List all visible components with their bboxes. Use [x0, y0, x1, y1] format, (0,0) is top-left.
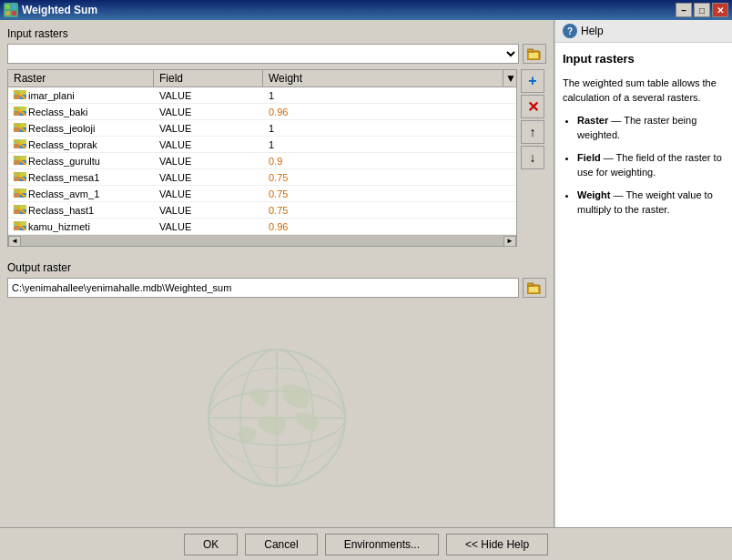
- cell-field: VALUE: [154, 123, 263, 134]
- help-bullet: Weight — The weight value to multiply to…: [577, 188, 725, 218]
- svg-rect-63: [529, 287, 538, 292]
- svg-rect-1: [12, 5, 16, 9]
- table-action-buttons: + ✕ ↑ ↓: [521, 69, 546, 247]
- raster-icon: [14, 90, 26, 101]
- svg-rect-6: [529, 53, 538, 58]
- raster-icon: [14, 107, 26, 117]
- svg-rect-52: [14, 209, 20, 214]
- ok-button[interactable]: OK: [184, 534, 238, 555]
- cell-raster: Reclass_gurultu: [8, 156, 154, 167]
- table-row[interactable]: imar_plani VALUE 1: [8, 87, 516, 104]
- hide-help-button[interactable]: << Hide Help: [446, 534, 548, 555]
- svg-rect-28: [14, 144, 20, 148]
- bullet-term: Field: [577, 152, 601, 163]
- raster-icon: [14, 205, 26, 216]
- cell-field: VALUE: [154, 156, 263, 167]
- table-row[interactable]: kamu_hizmeti VALUE 0.96: [8, 219, 516, 235]
- output-path-input[interactable]: [7, 278, 519, 298]
- add-row-button[interactable]: +: [521, 69, 544, 93]
- cell-field: VALUE: [154, 205, 263, 216]
- col-header-raster: Raster: [8, 70, 154, 87]
- cell-raster: kamu_hizmeti: [8, 221, 154, 232]
- raster-dropdown[interactable]: [7, 44, 519, 64]
- remove-row-button[interactable]: ✕: [521, 95, 544, 118]
- minimize-button[interactable]: –: [676, 3, 692, 17]
- svg-rect-5: [527, 49, 534, 52]
- help-title: Input rasters: [563, 50, 725, 68]
- cell-field: VALUE: [154, 172, 263, 183]
- browse-output-button[interactable]: [523, 278, 546, 298]
- cell-raster: Reclass_hast1: [8, 205, 154, 216]
- app-icon: [4, 3, 18, 17]
- table-row[interactable]: Reclass_mesa1 VALUE 0.75: [8, 169, 516, 186]
- table-row[interactable]: Reclass_hast1 VALUE 0.75: [8, 202, 516, 219]
- table-row[interactable]: Reclass_avm_1 VALUE 0.75: [8, 186, 516, 202]
- cell-weight: 0.75: [263, 205, 516, 216]
- raster-name: Reclass_mesa1: [28, 172, 99, 183]
- horizontal-scrollbar[interactable]: ◄ ►: [8, 235, 516, 246]
- table-body[interactable]: imar_plani VALUE 1 Reclass_baki VALUE 0.…: [8, 87, 516, 235]
- help-bullet: Raster — The raster being weighted.: [577, 113, 725, 143]
- raster-name: Reclass_hast1: [28, 205, 94, 216]
- cell-field: VALUE: [154, 188, 263, 199]
- help-header-label: Help: [581, 25, 604, 37]
- maximize-button[interactable]: □: [694, 3, 710, 17]
- svg-rect-45: [20, 188, 26, 193]
- input-rasters-label: Input rasters: [7, 27, 546, 40]
- svg-rect-10: [14, 95, 20, 99]
- sort-indicator: ▼: [503, 70, 516, 87]
- raster-icon: [14, 221, 26, 232]
- svg-rect-39: [20, 172, 26, 177]
- scroll-left-button[interactable]: ◄: [8, 236, 21, 247]
- svg-rect-15: [20, 107, 26, 111]
- cell-raster: Reclass_avm_1: [8, 188, 154, 199]
- help-bullet: Field — The field of the raster to use f…: [577, 150, 725, 180]
- move-down-button[interactable]: ↓: [521, 146, 544, 169]
- cell-weight: 0.96: [263, 107, 516, 117]
- svg-rect-33: [20, 156, 26, 160]
- help-icon: ?: [563, 24, 577, 38]
- raster-icon: [14, 156, 26, 167]
- svg-rect-51: [20, 205, 26, 209]
- table-row[interactable]: Reclass_jeoloji VALUE 1: [8, 120, 516, 137]
- environments-button[interactable]: Environments...: [325, 534, 439, 555]
- svg-rect-0: [5, 5, 10, 9]
- raster-icon: [14, 172, 26, 183]
- help-bullets: Raster — The raster being weighted.Field…: [563, 113, 725, 218]
- bullet-term: Weight: [577, 189, 610, 200]
- raster-name: kamu_hizmeti: [28, 221, 90, 232]
- raster-name: Reclass_jeoloji: [28, 123, 95, 134]
- table-row[interactable]: Reclass_baki VALUE 0.96: [8, 104, 516, 120]
- table-row[interactable]: Reclass_gurultu VALUE 0.9: [8, 153, 516, 169]
- table-row[interactable]: Reclass_toprak VALUE 1: [8, 137, 516, 153]
- cell-weight: 0.75: [263, 188, 516, 199]
- cell-weight: 0.96: [263, 221, 516, 232]
- move-up-button[interactable]: ↑: [521, 120, 544, 144]
- cell-raster: Reclass_mesa1: [8, 172, 154, 183]
- svg-rect-58: [14, 226, 20, 230]
- left-panel: Input rasters: [0, 20, 554, 527]
- table-header: Raster Field Weight ▼: [8, 70, 516, 87]
- svg-rect-40: [14, 177, 20, 181]
- scroll-right-button[interactable]: ►: [503, 236, 516, 247]
- svg-rect-34: [14, 160, 20, 165]
- browse-input-button[interactable]: [523, 44, 546, 64]
- cell-weight: 1: [263, 139, 516, 150]
- raster-name: Reclass_baki: [28, 107, 87, 117]
- raster-name: Reclass_gurultu: [28, 156, 100, 167]
- cell-raster: imar_plani: [8, 90, 154, 101]
- raster-icon: [14, 188, 26, 199]
- window-controls: – □ ✕: [676, 3, 728, 17]
- cell-weight: 1: [263, 123, 516, 134]
- bottom-bar: OK Cancel Environments... << Hide Help: [0, 527, 732, 560]
- svg-rect-27: [20, 139, 26, 144]
- close-button[interactable]: ✕: [712, 3, 728, 17]
- globe-watermark: [204, 345, 350, 491]
- title-bar: Weighted Sum – □ ✕: [0, 0, 732, 20]
- svg-rect-21: [20, 123, 26, 127]
- cancel-button[interactable]: Cancel: [245, 534, 317, 555]
- help-header: ? Help: [555, 20, 732, 43]
- bullet-term: Raster: [577, 115, 608, 126]
- col-header-weight: Weight: [263, 70, 503, 87]
- svg-rect-22: [14, 127, 20, 132]
